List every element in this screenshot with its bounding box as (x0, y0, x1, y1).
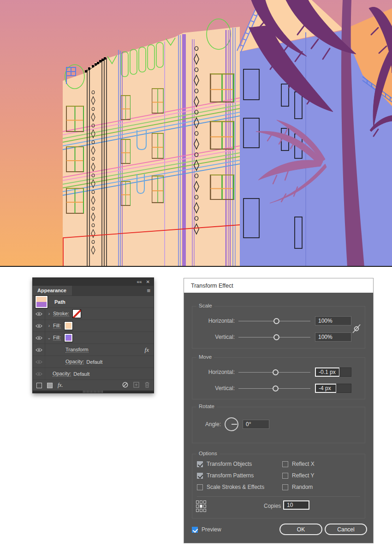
checkbox-label: Random (292, 484, 313, 490)
appearance-panel: «« ✕ Appearance ≡ Path › Stroke: › Fill: (32, 277, 154, 393)
checkbox-transform-patterns[interactable]: Transform Patterns (197, 472, 254, 479)
clear-appearance-icon[interactable] (122, 382, 128, 389)
scale-horizontal-slider[interactable] (238, 321, 310, 321)
appearance-row-fill-1[interactable]: › Fill: (33, 320, 154, 332)
scale-horizontal-value[interactable]: 100% (315, 316, 351, 325)
appearance-row-path[interactable]: Path (33, 296, 154, 308)
checkbox-label: Reflect X (292, 461, 315, 467)
appearance-row-stroke[interactable]: › Stroke: (33, 308, 154, 320)
scale-heading: Scale (196, 303, 214, 308)
checkbox-box[interactable] (282, 473, 288, 479)
unlink-scale-icon[interactable] (352, 323, 361, 336)
checkbox-box[interactable] (197, 484, 203, 490)
fill-label[interactable]: Fill: (53, 323, 61, 329)
slider-knob[interactable] (273, 318, 279, 324)
move-vertical-slider[interactable] (238, 388, 310, 389)
move-vertical-value[interactable]: -4 px (315, 384, 337, 393)
checkbox-transform-objects[interactable]: Transform Objects (197, 461, 252, 467)
visibility-eye-icon[interactable] (33, 344, 45, 355)
copies-value[interactable]: 10 (283, 500, 309, 510)
duplicate-item-icon[interactable] (133, 382, 139, 389)
angle-label: Angle: (192, 421, 221, 428)
artwork-illustration (0, 0, 392, 268)
collapse-panel-icon[interactable]: «« (137, 280, 142, 284)
panel-footer-toolbar: fx. (33, 380, 154, 391)
expand-chevron-icon[interactable]: › (45, 323, 53, 328)
move-group: Move Horizontal: -0.1 px Vertical: -4 px (192, 357, 365, 399)
visibility-eye-icon-dim[interactable] (33, 368, 45, 379)
appearance-row-transform[interactable]: Transform fx (33, 344, 154, 356)
scale-group: Scale Horizontal: 100% Vertical: 100% (192, 306, 365, 349)
visibility-eye-icon[interactable] (33, 308, 45, 319)
angle-value[interactable]: 0° (243, 420, 269, 429)
add-effect-icon[interactable]: fx. (58, 382, 63, 389)
angle-dial[interactable] (225, 417, 238, 431)
stroke-label[interactable]: Stroke: (53, 311, 69, 317)
close-panel-icon[interactable]: ✕ (146, 280, 150, 284)
move-horizontal-slider[interactable] (238, 372, 310, 373)
fill-label[interactable]: Fill: (53, 335, 61, 341)
visibility-eye-icon[interactable] (33, 320, 45, 331)
panel-tab-bar: Appearance ≡ (33, 286, 154, 295)
path-thumbnail (35, 295, 48, 308)
expand-chevron-icon[interactable]: › (45, 311, 53, 316)
field-stub (336, 384, 351, 393)
stroke-color-swatch[interactable] (72, 309, 81, 318)
fill-color-swatch-purple[interactable] (64, 333, 73, 342)
copies-label: Copies (264, 503, 281, 509)
move-vertical-label: Vertical: (192, 385, 235, 391)
move-horizontal-value[interactable]: -0.1 px (315, 367, 340, 377)
checkbox-box[interactable] (282, 484, 288, 490)
slider-knob[interactable] (273, 369, 279, 375)
checkbox-scale-strokes[interactable]: Scale Strokes & Effects (197, 484, 264, 490)
visibility-eye-icon-dim[interactable] (33, 356, 45, 367)
checkbox-box[interactable] (197, 461, 203, 467)
panel-resize-grip[interactable] (83, 391, 103, 393)
scale-vertical-value[interactable]: 100% (315, 332, 351, 342)
path-label: Path (54, 299, 65, 305)
scale-vertical-slider[interactable] (238, 337, 310, 337)
delete-item-icon[interactable] (144, 382, 150, 389)
fill-box-icon[interactable] (47, 383, 53, 388)
preview-checkbox[interactable]: Preview (192, 526, 221, 533)
reference-point-icon[interactable] (196, 500, 206, 512)
appearance-row-opacity-outer[interactable]: Opacity: Default (33, 368, 154, 380)
rotate-group: Rotate Angle: 0° (192, 407, 365, 443)
artboard-canvas[interactable] (0, 0, 392, 268)
stroke-box-icon[interactable] (36, 383, 42, 388)
rotate-heading: Rotate (196, 403, 217, 409)
panel-titlebar: «« ✕ (33, 278, 154, 286)
transform-effect-link[interactable]: Transform (65, 347, 89, 353)
options-heading: Options (196, 451, 220, 456)
scale-vertical-label: Vertical: (192, 334, 235, 340)
checkbox-box[interactable] (192, 527, 198, 533)
scale-horizontal-label: Horizontal: (192, 318, 235, 324)
panel-menu-icon[interactable]: ≡ (147, 287, 150, 294)
checkbox-random[interactable]: Random (282, 484, 313, 490)
preview-label: Preview (202, 526, 221, 533)
collapse-chevron-icon[interactable]: ⌄ (45, 335, 53, 340)
fill-color-swatch-peach[interactable] (64, 321, 73, 330)
checkbox-box[interactable] (197, 473, 203, 479)
slider-knob[interactable] (273, 385, 279, 391)
ok-button[interactable]: OK (279, 524, 322, 535)
fx-icon: fx (145, 346, 149, 354)
checkbox-reflect-y[interactable]: Reflect Y (282, 472, 314, 479)
opacity-link[interactable]: Opacity: (65, 359, 84, 365)
appearance-row-fill-2[interactable]: ⌄ Fill: (33, 332, 154, 344)
tab-appearance[interactable]: Appearance (33, 286, 72, 295)
checkbox-reflect-x[interactable]: Reflect X (282, 461, 315, 467)
options-divider (197, 496, 360, 497)
checkbox-label: Transform Objects (207, 461, 252, 467)
move-horizontal-label: Horizontal: (192, 369, 235, 375)
slider-knob[interactable] (273, 334, 279, 340)
appearance-row-opacity-inner[interactable]: Opacity: Default (33, 356, 154, 368)
checkbox-box[interactable] (282, 461, 288, 467)
checkbox-label: Transform Patterns (207, 472, 254, 479)
opacity-link[interactable]: Opacity: (53, 371, 71, 377)
visibility-eye-icon[interactable] (33, 332, 45, 343)
cancel-button[interactable]: Cancel (325, 524, 367, 535)
options-group: Options Transform Objects Transform Patt… (192, 454, 365, 518)
opacity-value: Default (73, 371, 89, 377)
checkbox-label: Reflect Y (292, 472, 314, 479)
